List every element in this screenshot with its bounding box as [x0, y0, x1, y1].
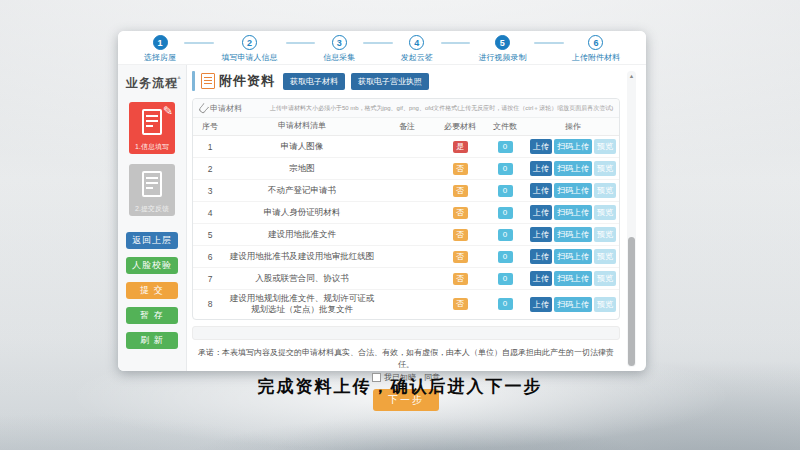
scan-upload-button[interactable]: 扫码上传 [554, 271, 592, 286]
sidebar-card-label: 2.提交反馈 [129, 204, 175, 214]
upload-button[interactable]: 上传 [530, 249, 552, 264]
required-badge: 否 [453, 185, 468, 197]
material-name: 宗地图 [227, 163, 377, 174]
step-label: 填写申请人信息 [222, 52, 278, 63]
row-number: 1 [193, 142, 227, 152]
sidebar-button-face-check[interactable]: 人脸校验 [126, 257, 178, 274]
attachment-header: 附件资料 获取电子材料 获取电子营业执照 [192, 70, 620, 92]
stepper-step-6[interactable]: 6上传附件材料 [572, 35, 620, 63]
upload-button[interactable]: 上传 [530, 271, 552, 286]
step-label: 选择房屋 [144, 52, 176, 63]
scan-upload-button[interactable]: 扫码上传 [554, 249, 592, 264]
scan-upload-button[interactable]: 扫码上传 [554, 205, 592, 220]
material-name: 入股或联营合同、协议书 [227, 273, 377, 284]
actions-cell: 上传扫码上传预览 [527, 271, 619, 286]
scan-upload-button[interactable]: 扫码上传 [554, 161, 592, 176]
preview-button[interactable]: 预览 [594, 183, 616, 198]
row-number: 6 [193, 252, 227, 262]
upload-hint-text: 上传申请材料大小必须小于50 mb，格式为jpg、gif、png、ofd文件格式… [270, 104, 613, 112]
stepper-step-4[interactable]: 4发起云签 [401, 35, 433, 63]
actions-cell: 上传扫码上传预览 [527, 161, 619, 176]
stepper: 1选择房屋2填写申请人信息3信息采集4发起云签5进行视频录制6上传附件材料 [118, 31, 646, 65]
material-name: 建设用地规划批准文件、规划许可证或规划选址（定点）批复文件 [227, 293, 377, 316]
collapsed-section-bar [192, 326, 620, 340]
promise-text: 承诺：本表填写内容及提交的申请材料真实、合法、有效，如有虚假，由本人（单位）自愿… [192, 347, 620, 371]
scan-upload-button[interactable]: 扫码上传 [554, 227, 592, 242]
stepper-step-2[interactable]: 2填写申请人信息 [222, 35, 278, 63]
document-icon [142, 171, 162, 197]
required-badge: 否 [453, 163, 468, 175]
paperclip-icon [198, 103, 209, 114]
preview-button[interactable]: 预览 [594, 139, 616, 154]
document-pencil-icon [142, 109, 162, 135]
required-cell: 否 [437, 229, 483, 241]
upload-button[interactable]: 上传 [530, 227, 552, 242]
main-scrollbar[interactable]: ▲ [627, 71, 636, 367]
step-number: 6 [588, 35, 603, 50]
scan-upload-button[interactable]: 扫码上传 [554, 139, 592, 154]
get-electronic-materials-button[interactable]: 获取电子材料 [283, 73, 345, 90]
sidebar-button-back[interactable]: 返回上层 [126, 232, 178, 249]
row-number: 3 [193, 186, 227, 196]
required-badge: 否 [453, 251, 468, 263]
stepper-step-3[interactable]: 3信息采集 [323, 35, 355, 63]
table-row: 7入股或联营合同、协议书否0上传扫码上传预览 [193, 268, 619, 290]
sidebar-button-temp-save[interactable]: 暂 存 [126, 307, 178, 324]
sidebar-button-refresh[interactable]: 刷 新 [126, 332, 178, 349]
table-row: 1申请人图像是0上传扫码上传预览 [193, 136, 619, 158]
sidebar-button-submit[interactable]: 提 交 [126, 282, 178, 299]
column-header: 必要材料 [437, 121, 483, 132]
required-badge: 否 [453, 207, 468, 219]
file-count-cell: 0 [483, 163, 527, 175]
sidebar-card-submit-feedback[interactable]: 2.提交反馈 [129, 164, 175, 216]
material-name: 不动产登记申请书 [227, 185, 377, 196]
stepper-step-1[interactable]: 1选择房屋 [144, 35, 176, 63]
stepper-step-5[interactable]: 5进行视频录制 [478, 35, 526, 63]
preview-button[interactable]: 预览 [594, 271, 616, 286]
required-cell: 否 [437, 207, 483, 219]
materials-panel: 申请材料 上传申请材料大小必须小于50 mb，格式为jpg、gif、png、of… [192, 98, 620, 320]
preview-button[interactable]: 预览 [594, 249, 616, 264]
file-count-cell: 0 [483, 229, 527, 241]
table-row: 4申请人身份证明材料否0上传扫码上传预览 [193, 202, 619, 224]
preview-button[interactable]: 预览 [594, 161, 616, 176]
table-row: 2宗地图否0上传扫码上传预览 [193, 158, 619, 180]
actions-cell: 上传扫码上传预览 [527, 183, 619, 198]
scan-upload-button[interactable]: 扫码上传 [554, 183, 592, 198]
step-label: 上传附件材料 [572, 52, 620, 63]
file-count-badge: 0 [498, 298, 513, 310]
row-number: 5 [193, 230, 227, 240]
upload-button[interactable]: 上传 [530, 205, 552, 220]
upload-button[interactable]: 上传 [530, 139, 552, 154]
materials-bar-label: 申请材料 [200, 103, 242, 114]
scan-upload-button[interactable]: 扫码上传 [554, 297, 592, 312]
file-count-cell: 0 [483, 185, 527, 197]
preview-button[interactable]: 预览 [594, 227, 616, 242]
sidebar-card-info-fill[interactable]: ✎ 1.信息填写 [129, 102, 175, 154]
step-number: 4 [409, 35, 424, 50]
file-count-cell: 0 [483, 273, 527, 285]
material-name: 申请人身份证明材料 [227, 207, 377, 218]
upload-button[interactable]: 上传 [530, 297, 552, 312]
preview-button[interactable]: 预览 [594, 205, 616, 220]
preview-button[interactable]: 预览 [594, 297, 616, 312]
upload-button[interactable]: 上传 [530, 183, 552, 198]
required-cell: 否 [437, 251, 483, 263]
scroll-up-icon[interactable]: ▲ [628, 73, 634, 79]
required-badge: 否 [453, 298, 468, 310]
row-number: 8 [193, 299, 227, 309]
table-row: 3不动产登记申请书否0上传扫码上传预览 [193, 180, 619, 202]
column-header: 备注 [377, 121, 437, 132]
get-electronic-business-license-button[interactable]: 获取电子营业执照 [351, 73, 429, 90]
sidebar-scroll-up-icon[interactable]: ▲ [176, 74, 182, 80]
instruction-caption: 完成资料上传，确认后进入下一步 [0, 375, 800, 398]
file-count-badge: 0 [498, 251, 513, 263]
step-number: 3 [332, 35, 347, 50]
materials-table-body: 1申请人图像是0上传扫码上传预览2宗地图否0上传扫码上传预览3不动产登记申请书否… [193, 136, 619, 319]
table-row: 5建设用地批准文件否0上传扫码上传预览 [193, 224, 619, 246]
required-cell: 否 [437, 185, 483, 197]
column-header: 文件数 [483, 121, 527, 132]
actions-cell: 上传扫码上传预览 [527, 249, 619, 264]
upload-button[interactable]: 上传 [530, 161, 552, 176]
scrollbar-thumb[interactable] [628, 237, 635, 366]
